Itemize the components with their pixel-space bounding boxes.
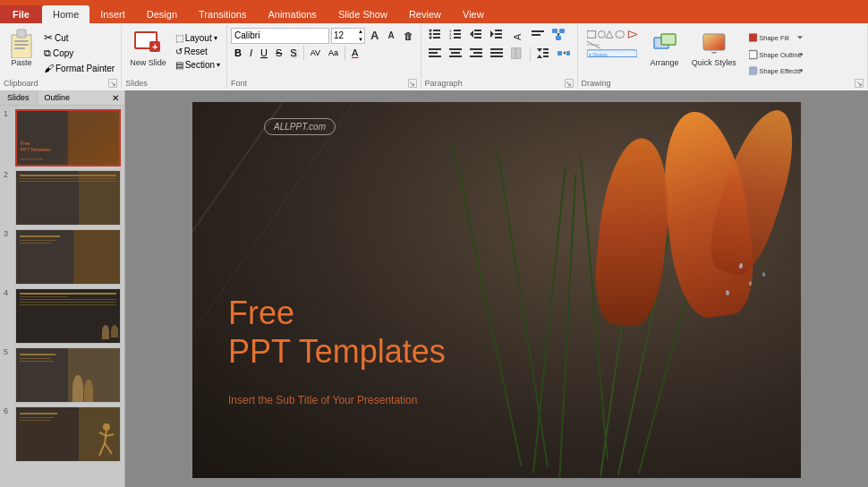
clear-format-button[interactable]: 🗑 [400,29,417,43]
tab-view[interactable]: View [452,5,495,23]
tab-file[interactable]: File [0,5,42,23]
section-dropdown-icon: ▾ [217,61,220,69]
slide-title-line1: Free [228,294,446,332]
bullets-button[interactable] [425,27,445,44]
slide-title-line2: PPT Templates [228,332,446,371]
font-color-button[interactable]: A [348,46,362,60]
slide-title: Free PPT Templates [228,294,446,371]
shapes-button[interactable]: ▾ Shapes [582,27,642,63]
tab-home[interactable]: Home [42,5,89,23]
clipboard-expander[interactable]: ↘ [108,79,117,88]
align-right-button[interactable] [466,46,486,63]
panel-close-button[interactable]: ✕ [110,93,121,103]
svg-rect-31 [552,29,557,33]
font-size-up[interactable]: ▲ [357,28,364,36]
convert-smartart-button[interactable] [554,46,574,63]
align-text-button[interactable] [528,27,548,44]
font-expander[interactable]: ↘ [408,79,417,88]
svg-marker-50 [537,48,542,52]
italic-button[interactable]: I [246,46,256,60]
slide-thumb-4[interactable] [15,288,121,344]
char-spacing-button[interactable]: AV [307,47,324,59]
drawing-expander[interactable]: ↘ [855,79,864,88]
clipboard-group-inner: Paste ✂ Cut ⧉ Copy 🖌 Format Painter [4,27,117,78]
font-name-input[interactable] [231,28,329,44]
slide-background: ALLPPT.com Free PPT Templates Insert the… [192,102,801,478]
shape-fill-button[interactable]: Shape Fill [745,30,807,45]
section-button[interactable]: ▤ Section ▾ [173,59,223,71]
paste-button[interactable]: Paste [4,27,39,70]
justify-button[interactable] [487,46,506,63]
clipboard-footer: Clipboard ↘ [4,78,117,89]
tab-animations[interactable]: Animations [257,5,327,23]
slide-thumb-1[interactable]: FreePPT Templates Insert the Sub Title..… [15,109,121,167]
slides-tab[interactable]: Slides [0,90,38,105]
font-size-input[interactable] [332,30,357,40]
svg-rect-15 [454,30,461,31]
slide-canvas[interactable]: ALLPPT.com Free PPT Templates Insert the… [192,102,801,478]
drawing-label: Drawing [582,79,611,88]
svg-rect-29 [532,30,544,32]
quick-styles-button[interactable]: Quick Styles [687,27,741,70]
slide-thumb-5[interactable] [15,347,121,403]
strikethrough-button[interactable]: S [272,46,285,60]
shapes-palette: ▾ Shapes [585,29,639,61]
layout-button[interactable]: ⬚ Layout ▾ [173,32,223,44]
copy-icon: ⧉ [44,47,51,59]
new-slide-button[interactable]: + New Slide [125,27,171,70]
svg-text:3.: 3. [449,36,452,40]
copy-button[interactable]: ⧉ Copy [41,47,117,60]
cut-button[interactable]: ✂ Cut [41,30,117,45]
inc-indent-button[interactable] [487,27,506,44]
svg-rect-37 [429,52,438,54]
svg-rect-1 [17,30,26,38]
clipboard-group: Paste ✂ Cut ⧉ Copy 🖌 Format Painter [0,25,122,89]
svg-rect-48 [511,47,515,59]
thumb3-title [20,235,60,237]
thumb5-title [20,354,55,355]
bold-button[interactable]: B [231,46,245,60]
svg-rect-55 [557,51,562,56]
svg-rect-58 [587,31,596,38]
paragraph-expander[interactable]: ↘ [565,79,574,88]
reset-button[interactable]: ↺ Reset [173,46,223,57]
change-case-button[interactable]: Aa [325,47,342,59]
tab-review[interactable]: Review [398,5,452,23]
tab-insert[interactable]: Insert [89,5,136,23]
main-area: Slides Outline ✕ 1 FreePPT Templates Ins… [0,90,868,487]
panel-controls: ✕ [106,90,124,105]
columns-button[interactable] [507,46,527,63]
slide-thumb-6[interactable] [15,406,121,462]
cut-label: Cut [55,33,69,43]
outline-tab[interactable]: Outline [38,90,78,105]
shape-effects-button[interactable]: Shape Effects [745,64,807,78]
font-size-down[interactable]: ▼ [357,36,364,44]
clipboard-label: Clipboard [4,79,38,88]
arrange-button[interactable]: Arrange [646,27,684,70]
align-left-button[interactable] [425,46,445,63]
decrease-font-button[interactable]: A [384,29,397,42]
shape-outline-button[interactable]: Shape Outline [745,47,807,61]
thumb4-line5 [20,304,116,305]
slide-num-2: 2 [4,170,13,179]
format-painter-button[interactable]: 🖌 Format Painter [41,62,117,74]
slide-canvas-area: ALLPPT.com Free PPT Templates Insert the… [125,90,868,487]
slide-thumb-2[interactable] [15,170,121,226]
smartart-button[interactable] [549,27,568,44]
dec-indent-button[interactable] [466,27,486,44]
tab-transitions[interactable]: Transitions [188,5,257,23]
slide-item-6: 6 [4,406,121,462]
slide-thumb-3[interactable] [15,229,121,285]
shadow-button[interactable]: S [286,46,300,60]
svg-rect-38 [429,56,441,57]
tab-design[interactable]: Design [136,5,188,23]
numbering-button[interactable]: 1.2.3. [446,27,465,44]
ribbon: Paste ✂ Cut ⧉ Copy 🖌 Format Painter [0,23,868,90]
line-spacing-button[interactable] [533,46,553,63]
center-button[interactable] [446,46,465,63]
tab-slideshow[interactable]: Slide Show [328,5,398,23]
drop-4 [762,272,765,277]
increase-font-button[interactable]: A [367,27,382,44]
underline-button[interactable]: U [257,46,271,60]
text-direction-button[interactable]: A [507,27,527,44]
